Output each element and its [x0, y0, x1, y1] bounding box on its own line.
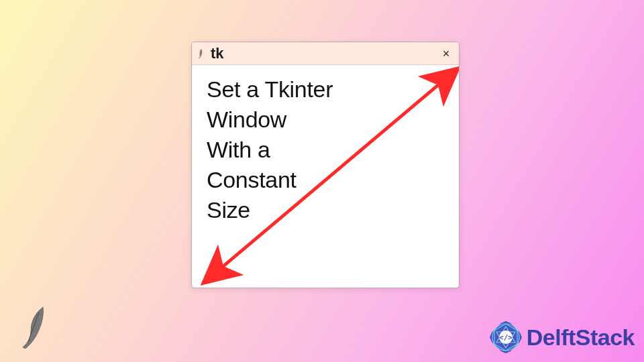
body-line: Set a Tkinter — [207, 74, 444, 105]
body-line: Constant — [207, 165, 444, 195]
delftstack-logo: </> DelftStack — [488, 319, 635, 355]
logo-text: DelftStack — [527, 324, 635, 351]
body-line: Size — [207, 195, 444, 225]
feather-decoration-icon — [16, 304, 55, 351]
svg-text:</>: </> — [499, 333, 513, 342]
window-body: Set a Tkinter Window With a Constant Siz… — [192, 65, 459, 235]
feather-icon — [196, 47, 207, 60]
tk-window: tk × Set a Tkinter Window With a Constan… — [191, 42, 460, 288]
body-line: Window — [207, 105, 444, 135]
body-line: With a — [207, 135, 444, 165]
logo-mark-icon: </> — [488, 319, 524, 355]
window-title: tk — [211, 45, 224, 62]
close-icon[interactable]: × — [437, 45, 455, 62]
titlebar[interactable]: tk × — [192, 42, 459, 65]
